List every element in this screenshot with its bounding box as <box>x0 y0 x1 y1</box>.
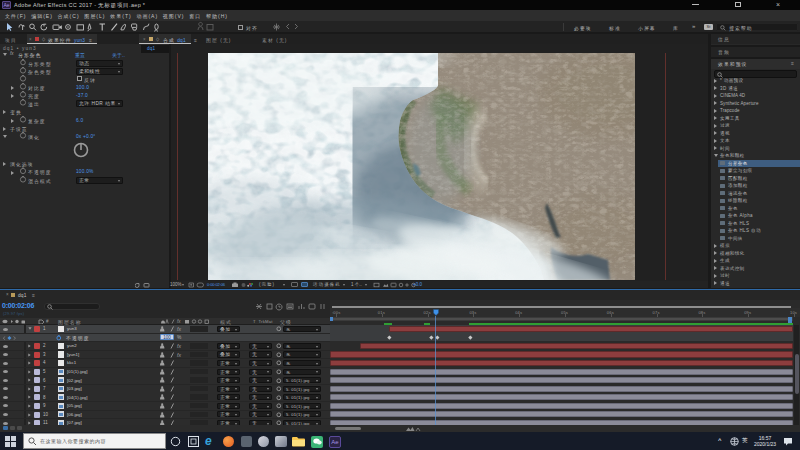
svg-text:fx: fx <box>177 319 181 324</box>
svg-text:#: # <box>46 319 49 324</box>
svg-text:fx: fx <box>177 326 181 332</box>
svg-text:fx: fx <box>177 352 181 358</box>
svg-text:fx: fx <box>177 343 181 349</box>
